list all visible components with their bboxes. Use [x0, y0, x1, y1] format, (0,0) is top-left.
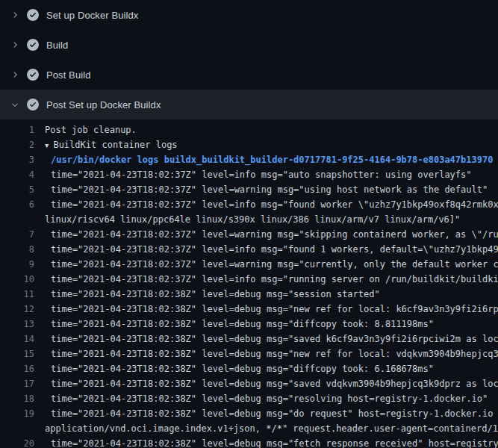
step-label: Post Build: [46, 69, 91, 81]
log-text: time="2021-04-23T18:02:37Z" level=info m…: [51, 197, 498, 212]
line-number[interactable]: 5: [0, 182, 34, 197]
log-text: time="2021-04-23T18:02:38Z" level=debug …: [51, 361, 498, 376]
line-number[interactable]: 6: [0, 197, 34, 212]
line-number[interactable]: 8: [0, 242, 34, 257]
log-text: time="2021-04-23T18:02:37Z" level=info m…: [51, 272, 498, 287]
line-number[interactable]: 16: [0, 361, 34, 376]
actions-log-viewer: Set up Docker Buildx Build Post Build Po…: [0, 0, 498, 448]
log-text: time="2021-04-23T18:02:38Z" level=debug …: [51, 287, 498, 302]
line-number[interactable]: 4: [0, 167, 34, 182]
log-line: 7 time="2021-04-23T18:02:37Z" level=warn…: [0, 227, 498, 242]
check-circle-icon: [27, 69, 39, 81]
step-header-3[interactable]: Post Set up Docker Buildx: [0, 90, 498, 119]
log-line: 19 time="2021-04-23T18:02:38Z" level=deb…: [0, 406, 498, 421]
log-text: time="2021-04-23T18:02:38Z" level=debug …: [51, 436, 498, 448]
log-line: 11 time="2021-04-23T18:02:38Z" level=deb…: [0, 287, 498, 302]
log-text: time="2021-04-23T18:02:37Z" level=warnin…: [51, 257, 498, 272]
line-number[interactable]: 13: [0, 317, 34, 332]
chevron-icon: [9, 99, 21, 111]
log-text: time="2021-04-23T18:02:38Z" level=debug …: [51, 391, 498, 406]
log-line: 10 time="2021-04-23T18:02:37Z" level=inf…: [0, 272, 498, 287]
log-line: 5 time="2021-04-23T18:02:37Z" level=warn…: [0, 182, 498, 197]
log-line: 6 time="2021-04-23T18:02:37Z" level=info…: [0, 197, 498, 212]
log-text: Post job cleanup.: [45, 122, 498, 137]
check-circle-icon: [27, 9, 39, 21]
log-text: time="2021-04-23T18:02:38Z" level=debug …: [51, 406, 498, 421]
line-number[interactable]: 9: [0, 257, 34, 272]
log-line: 4 time="2021-04-23T18:02:37Z" level=info…: [0, 167, 498, 182]
log-text: time="2021-04-23T18:02:37Z" level=info m…: [51, 242, 498, 257]
log-line: 2 ▼BuildKit container logs: [0, 137, 498, 152]
step-header-1[interactable]: Build: [0, 30, 498, 60]
line-number[interactable]: 15: [0, 346, 34, 361]
log-text-wrapped: application/vnd.oci.image.index.v1+json,…: [45, 421, 498, 436]
log-group-header: ▼BuildKit container logs: [45, 137, 498, 152]
log-line: 8 time="2021-04-23T18:02:37Z" level=info…: [0, 242, 498, 257]
step-label: Set up Docker Buildx: [46, 10, 138, 21]
log-text: time="2021-04-23T18:02:38Z" level=debug …: [51, 332, 498, 346]
chevron-icon: [9, 39, 21, 51]
step-label: Build: [46, 40, 68, 51]
line-number[interactable]: 14: [0, 332, 34, 346]
step-header-2[interactable]: Post Build: [0, 60, 498, 90]
log-line: 3 /usr/bin/docker logs buildx_buildkit_b…: [0, 152, 498, 167]
log-text: time="2021-04-23T18:02:38Z" level=debug …: [51, 317, 498, 332]
log-text-wrapped: linux/riscv64 linux/ppc64le linux/s390x …: [45, 212, 498, 227]
log-text: time="2021-04-23T18:02:37Z" level=warnin…: [51, 227, 498, 242]
log-line: linux/riscv64 linux/ppc64le linux/s390x …: [0, 212, 498, 227]
line-number[interactable]: 12: [0, 302, 34, 317]
step-header-0[interactable]: Set up Docker Buildx: [0, 0, 498, 30]
log-line: 15 time="2021-04-23T18:02:38Z" level=deb…: [0, 346, 498, 361]
log-line: 18 time="2021-04-23T18:02:38Z" level=deb…: [0, 391, 498, 406]
log-line: 9 time="2021-04-23T18:02:37Z" level=warn…: [0, 257, 498, 272]
log-text: time="2021-04-23T18:02:38Z" level=debug …: [51, 346, 498, 361]
check-circle-icon: [27, 99, 39, 111]
log-text: time="2021-04-23T18:02:38Z" level=debug …: [51, 302, 498, 317]
check-circle-icon: [27, 39, 39, 51]
line-number[interactable]: 1: [0, 122, 34, 137]
log-text: time="2021-04-23T18:02:38Z" level=debug …: [51, 376, 498, 391]
log-line: 17 time="2021-04-23T18:02:38Z" level=deb…: [0, 376, 498, 391]
chevron-icon: [9, 9, 21, 21]
log-group-label[interactable]: BuildKit container logs: [53, 140, 177, 150]
log-pane: 1 Post job cleanup. 2 ▼BuildKit containe…: [0, 119, 498, 448]
step-label: Post Set up Docker Buildx: [46, 99, 161, 111]
line-number[interactable]: 19: [0, 406, 34, 421]
line-number[interactable]: 10: [0, 272, 34, 287]
line-number: [0, 212, 34, 227]
line-number: [0, 421, 34, 436]
log-text: time="2021-04-23T18:02:37Z" level=warnin…: [51, 182, 498, 197]
log-text: time="2021-04-23T18:02:37Z" level=info m…: [51, 167, 498, 182]
line-number[interactable]: 7: [0, 227, 34, 242]
line-number[interactable]: 17: [0, 376, 34, 391]
steps-list: Set up Docker Buildx Build Post Build Po…: [0, 0, 498, 119]
log-line: 13 time="2021-04-23T18:02:38Z" level=deb…: [0, 317, 498, 332]
line-number[interactable]: 11: [0, 287, 34, 302]
log-line: 14 time="2021-04-23T18:02:38Z" level=deb…: [0, 332, 498, 346]
log-command-text: /usr/bin/docker logs buildx_buildkit_bui…: [51, 152, 498, 167]
log-line: 20 time="2021-04-23T18:02:38Z" level=deb…: [0, 436, 498, 448]
line-number[interactable]: 2: [0, 137, 34, 152]
log-line: 12 time="2021-04-23T18:02:38Z" level=deb…: [0, 302, 498, 317]
line-number[interactable]: 3: [0, 152, 34, 167]
log-line: 16 time="2021-04-23T18:02:38Z" level=deb…: [0, 361, 498, 376]
chevron-icon: [9, 69, 21, 81]
log-line: 1 Post job cleanup.: [0, 122, 498, 137]
group-collapse-icon[interactable]: ▼: [45, 138, 49, 152]
line-number[interactable]: 20: [0, 436, 34, 448]
log-line: application/vnd.oci.image.index.v1+json,…: [0, 421, 498, 436]
line-number[interactable]: 18: [0, 391, 34, 406]
